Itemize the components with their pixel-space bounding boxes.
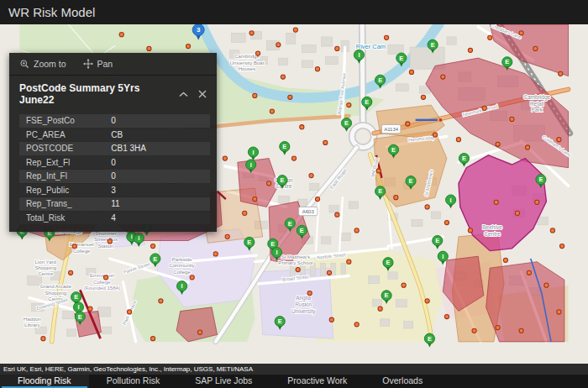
incident-dot[interactable] bbox=[525, 145, 529, 149]
tab-flooding-risk[interactable]: Flooding Risk bbox=[0, 375, 89, 388]
incident-dot[interactable] bbox=[444, 314, 449, 318]
incident-dot[interactable] bbox=[119, 33, 123, 37]
incident-dot[interactable] bbox=[559, 71, 563, 76]
incident-dot[interactable] bbox=[223, 156, 227, 160]
incident-dot[interactable] bbox=[307, 291, 312, 295]
incident-dot[interactable] bbox=[376, 169, 381, 173]
incident-dot[interactable] bbox=[550, 228, 554, 233]
incident-dot[interactable] bbox=[496, 142, 500, 146]
incident-dot[interactable] bbox=[544, 283, 549, 287]
incident-dot[interactable] bbox=[127, 310, 131, 314]
incident-dot[interactable] bbox=[354, 228, 359, 233]
incident-dot[interactable] bbox=[335, 46, 339, 50]
incident-dot[interactable] bbox=[456, 138, 460, 142]
map-canvas[interactable]: River CamCambridgeUniversity BoatHousesC… bbox=[0, 24, 588, 364]
incident-dot[interactable] bbox=[309, 173, 313, 177]
incident-dot[interactable] bbox=[425, 299, 429, 303]
incident-dot[interactable] bbox=[267, 181, 271, 186]
incident-dot[interactable] bbox=[519, 328, 523, 333]
incident-dot[interactable] bbox=[441, 75, 445, 79]
popup-action-bar: Zoom toPan bbox=[9, 53, 217, 76]
incident-dot[interactable] bbox=[150, 337, 155, 341]
incident-dot[interactable] bbox=[197, 330, 202, 334]
incident-dot[interactable] bbox=[72, 244, 76, 248]
incident-dot[interactable] bbox=[384, 35, 388, 39]
incident-dot[interactable] bbox=[519, 31, 523, 35]
incident-dot[interactable] bbox=[108, 239, 112, 244]
incident-dot[interactable] bbox=[335, 212, 339, 217]
incident-dot[interactable] bbox=[535, 200, 539, 204]
incident-dot[interactable] bbox=[315, 67, 319, 71]
incident-dot[interactable] bbox=[557, 138, 561, 142]
incident-dot[interactable] bbox=[468, 48, 472, 52]
tab-overloads[interactable]: Overloads bbox=[365, 375, 440, 388]
incident-dot[interactable] bbox=[421, 95, 425, 99]
svg-text:E: E bbox=[282, 143, 286, 150]
incident-dot[interactable] bbox=[557, 310, 561, 314]
incident-dot[interactable] bbox=[281, 75, 285, 79]
chevron-up-icon[interactable] bbox=[179, 92, 188, 97]
incident-dot[interactable] bbox=[270, 109, 274, 113]
incident-dot[interactable] bbox=[472, 328, 476, 333]
incident-dot[interactable] bbox=[293, 28, 297, 32]
incident-dot[interactable] bbox=[433, 133, 437, 137]
popup-action-pan[interactable]: Pan bbox=[83, 59, 113, 69]
incident-dot[interactable] bbox=[533, 46, 538, 50]
incident-dot[interactable] bbox=[402, 283, 406, 287]
incident-dot[interactable] bbox=[150, 244, 155, 248]
incident-dot[interactable] bbox=[186, 45, 190, 49]
incident-dot[interactable] bbox=[243, 211, 247, 215]
incident-dot[interactable] bbox=[323, 140, 328, 144]
incident-dot[interactable] bbox=[147, 46, 151, 50]
incident-dot[interactable] bbox=[482, 106, 486, 110]
incident-dot[interactable] bbox=[496, 325, 500, 329]
incident-dot[interactable] bbox=[329, 317, 333, 322]
incident-dot[interactable] bbox=[503, 258, 507, 262]
incident-dot[interactable] bbox=[190, 275, 194, 280]
incident-dot[interactable] bbox=[253, 93, 257, 97]
incident-dot[interactable] bbox=[213, 252, 218, 256]
incident-dot[interactable] bbox=[159, 299, 163, 303]
tab-sap-live-jobs[interactable]: SAP Live Jobs bbox=[177, 375, 270, 388]
incident-dot[interactable] bbox=[315, 197, 319, 201]
incident-dot[interactable] bbox=[515, 211, 519, 215]
incident-dot[interactable] bbox=[276, 43, 281, 47]
incident-dot[interactable] bbox=[347, 102, 351, 107]
incident-dot[interactable] bbox=[444, 220, 449, 224]
incident-dot[interactable] bbox=[103, 275, 108, 280]
incident-dot[interactable] bbox=[488, 35, 492, 39]
incident-dot[interactable] bbox=[409, 70, 413, 74]
incident-dot[interactable] bbox=[291, 156, 296, 160]
incident-dot[interactable] bbox=[468, 228, 472, 233]
svg-text:E: E bbox=[385, 291, 389, 299]
incident-dot[interactable] bbox=[559, 244, 564, 248]
incident-dot[interactable] bbox=[253, 197, 257, 201]
svg-text:E: E bbox=[153, 255, 157, 263]
incident-dot[interactable] bbox=[406, 122, 410, 126]
close-icon[interactable] bbox=[198, 90, 207, 98]
incident-dot[interactable] bbox=[255, 51, 260, 55]
incident-dot[interactable] bbox=[327, 270, 331, 275]
incident-dot[interactable] bbox=[425, 205, 429, 209]
incident-dot[interactable] bbox=[88, 307, 92, 311]
incident-dot[interactable] bbox=[288, 95, 292, 99]
risk-pin-marker[interactable]: E bbox=[424, 333, 434, 347]
incident-dot[interactable] bbox=[510, 117, 514, 121]
incident-dot[interactable] bbox=[249, 31, 254, 35]
tab-pollution-risk[interactable]: Pollution Risk bbox=[89, 375, 178, 388]
incident-dot[interactable] bbox=[378, 307, 382, 311]
incident-dot[interactable] bbox=[354, 322, 359, 327]
incident-dot[interactable] bbox=[394, 196, 398, 200]
incident-dot[interactable] bbox=[296, 267, 300, 271]
incident-dot[interactable] bbox=[41, 337, 45, 341]
incident-dot[interactable] bbox=[494, 200, 498, 204]
popup-action-zoom-to[interactable]: Zoom to bbox=[19, 59, 66, 69]
tab-proactive-work[interactable]: Proactive Work bbox=[270, 375, 365, 388]
incident-dot[interactable] bbox=[300, 125, 304, 129]
incident-dot[interactable] bbox=[68, 270, 72, 275]
svg-text:E: E bbox=[428, 335, 432, 343]
incident-dot[interactable] bbox=[527, 270, 531, 275]
popup-title: PostCode Summary 5Yrs June22 bbox=[19, 82, 169, 106]
incident-dot[interactable] bbox=[225, 234, 229, 239]
incident-dot[interactable] bbox=[347, 260, 351, 264]
